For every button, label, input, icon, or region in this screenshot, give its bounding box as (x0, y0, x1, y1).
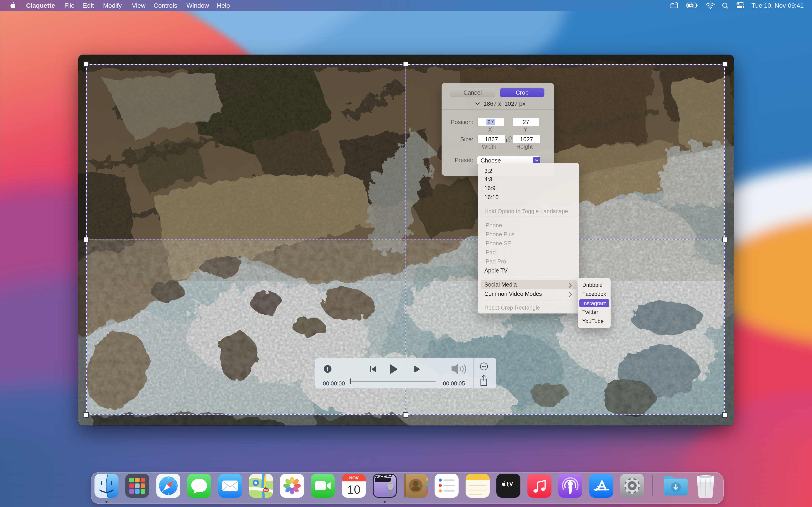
svg-text:10: 10 (347, 483, 360, 496)
svg-text:NOV: NOV (349, 475, 359, 480)
svg-text:i: i (327, 366, 328, 372)
svg-text:280: 280 (264, 489, 268, 492)
